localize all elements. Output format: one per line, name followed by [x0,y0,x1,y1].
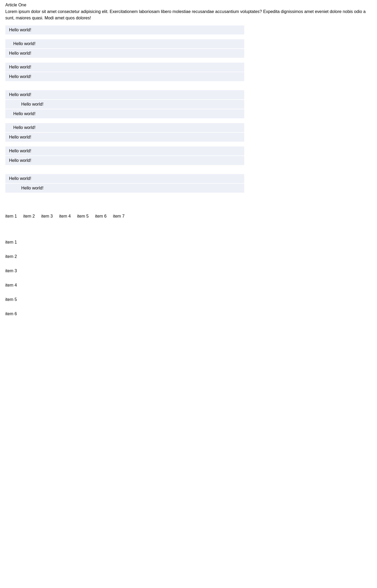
hello-row-6: Hello world! [5,90,244,99]
block-items-section: item 1 item 2 item 3 item 4 item 5 item … [5,240,372,316]
article-section: Article One Lorem ipsum dolor sit amet c… [5,3,372,21]
hello-row-1: Hello world! [5,25,244,34]
block-item-6: item 6 [5,312,372,316]
inline-item-2: item 2 [23,214,35,219]
inline-items-list: item 1 item 2 item 3 item 4 item 5 item … [5,214,372,219]
article-body: Lorem ipsum dolor sit amet consectetur a… [5,8,372,21]
hello-row-7: Hello world! [5,100,244,109]
inline-item-7: item 7 [113,214,125,219]
hello-row-11: Hello world! [5,146,244,155]
hello-row-5: Hello world! [5,72,244,81]
hello-row-13: Hello world! [5,174,244,183]
inline-item-1: item 1 [5,214,17,219]
block-item-3: item 3 [5,269,372,273]
hello-row-10: Hello world! [5,133,244,142]
hello-row-8: Hello world! [5,109,244,118]
hello-row-4: Hello world! [5,63,244,72]
inline-item-6: item 6 [95,214,107,219]
block-item-5: item 5 [5,297,372,302]
inline-item-3: item 3 [41,214,53,219]
article-title: Article One [5,3,372,7]
block-item-2: item 2 [5,254,372,259]
hello-row-3: Hello world! [5,49,244,58]
inline-item-5: item 5 [77,214,89,219]
block-item-4: item 4 [5,283,372,288]
block-item-1: item 1 [5,240,372,245]
inline-items-section: item 1 item 2 item 3 item 4 item 5 item … [5,214,372,219]
hello-rows-section: Hello world! Hello world! Hello world! H… [5,25,244,193]
hello-row-12: Hello world! [5,156,244,165]
hello-row-9: Hello world! [5,123,244,132]
hello-row-14: Hello world! [5,184,244,193]
hello-row-2: Hello world! [5,39,244,48]
inline-item-4: item 4 [59,214,71,219]
